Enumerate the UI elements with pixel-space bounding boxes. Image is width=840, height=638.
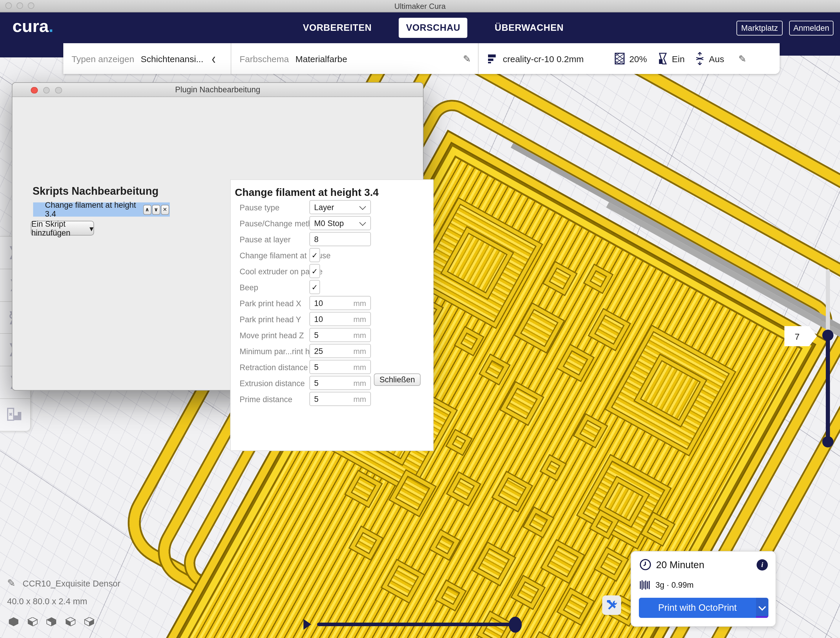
playback-slider-track[interactable] (317, 623, 515, 626)
collapse-chevron-icon[interactable]: ‹ (212, 51, 216, 66)
qr-module-block (528, 633, 561, 638)
tab-monitor[interactable]: ÜBERWACHEN (488, 17, 571, 38)
setting-checkbox[interactable]: ✓ (309, 248, 320, 262)
setting-value: Layer (314, 203, 360, 212)
edit-pencil-icon[interactable]: ✎ (463, 53, 471, 64)
qr-module-block (585, 265, 612, 292)
close-window-button[interactable] (5, 2, 12, 9)
add-script-button[interactable]: Ein Skript hinzufügen▾ (31, 221, 94, 236)
qr-module-block (515, 304, 564, 352)
setting-label: Prime distance (240, 395, 292, 404)
print-options-dropdown[interactable] (756, 598, 769, 618)
info-icon[interactable]: i (756, 559, 768, 570)
setting-input[interactable]: 5mm (309, 328, 371, 342)
script-setting-row: Pause/Change methodM0 Stop (231, 215, 433, 231)
dialog-minimize-button (43, 87, 50, 93)
setting-label: Park print head Y (240, 315, 301, 324)
script-setting-row: Park print head X10mm (231, 295, 433, 311)
setting-input[interactable]: 8 (309, 232, 371, 246)
qr-module-block (595, 548, 628, 580)
setting-input[interactable]: 10mm (309, 296, 371, 310)
setting-input[interactable]: 5mm (309, 376, 371, 390)
remove-script-button[interactable]: ✕ (161, 204, 169, 215)
setting-value: 5 (314, 394, 354, 403)
dialog-window-controls[interactable] (31, 87, 62, 93)
view-cube-front-icon[interactable] (27, 617, 38, 626)
color-scheme-selector[interactable]: Farbschema Materialfarbe ✎ (231, 43, 478, 74)
logo-dot: . (49, 17, 54, 35)
selected-script-row[interactable]: Change filament at height 3.4 ∧ ∨ ✕ (33, 203, 170, 217)
script-setting-row: Retraction distance5mm (231, 359, 433, 375)
color-scheme-value[interactable]: Materialfarbe (295, 54, 463, 63)
setting-unit: mm (354, 347, 366, 355)
print-settings-tools-button[interactable] (602, 595, 621, 615)
marketplace-button[interactable]: Marktplatz (736, 21, 783, 35)
tool-per-model-settings-icon[interactable] (0, 399, 30, 431)
qr-module-block (542, 541, 584, 583)
setting-label: Pause at layer (240, 235, 291, 244)
qr-module-block (346, 472, 381, 507)
minimize-window-button[interactable] (17, 2, 23, 9)
checkmark-icon: ✓ (311, 251, 318, 260)
view-cube-right-icon[interactable] (84, 617, 95, 626)
setting-checkbox[interactable]: ✓ (309, 264, 320, 278)
app-header: cura. VORBEREITEN VORSCHAU ÜBERWACHEN Ma… (0, 12, 840, 43)
model-dimensions: 40.0 x 80.0 x 2.4 mm (7, 597, 120, 606)
playback-slider-handle[interactable] (509, 617, 522, 633)
move-script-down-button[interactable]: ∨ (152, 204, 160, 215)
rename-model-pencil-icon[interactable]: ✎ (7, 577, 16, 589)
app-window: Ultimaker Cura cura. VORBEREITEN VORSCHA… (0, 0, 840, 638)
material-usage: 3g · 0.99m (655, 580, 693, 589)
close-dialog-button[interactable]: Schließen (374, 374, 421, 386)
color-scheme-label: Farbschema (240, 54, 289, 63)
setting-select[interactable]: Layer (309, 200, 371, 214)
edit-print-settings-pencil-icon[interactable]: ✎ (739, 53, 747, 64)
setting-value: 5 (314, 378, 354, 387)
setting-input[interactable]: 5mm (309, 360, 371, 374)
view-cube-iso-icon[interactable] (8, 617, 19, 626)
window-title: Ultimaker Cura (394, 2, 445, 10)
dialog-titlebar[interactable]: Plugin Nachbearbeitung (13, 83, 423, 97)
play-button[interactable] (303, 619, 311, 630)
dialog-close-button[interactable] (31, 87, 38, 93)
qr-module-block (589, 310, 629, 350)
printer-profile[interactable]: creality-cr-10 0.2mm (503, 54, 584, 63)
setting-value: 10 (314, 315, 354, 323)
view-type-value[interactable]: Schichtenansi... (141, 54, 204, 63)
stage-tabs: VORBEREITEN VORSCHAU ÜBERWACHEN (296, 12, 571, 43)
view-cube-top-icon[interactable] (46, 617, 57, 626)
setting-select[interactable]: M0 Stop (309, 216, 371, 230)
layer-slider-lower-handle[interactable] (822, 436, 834, 447)
script-settings-panel: Change filament at height 3.4 Pause type… (230, 179, 434, 451)
setting-input[interactable]: 25mm (309, 344, 371, 358)
window-controls[interactable] (5, 2, 34, 9)
zoom-window-button[interactable] (28, 2, 34, 9)
setting-unit: mm (354, 331, 366, 339)
script-setting-row: Minimum par...rint head Z25mm (231, 343, 433, 359)
print-settings-summary[interactable]: creality-cr-10 0.2mm 20% Ein Aus ✎ (478, 43, 780, 74)
qr-module-block (501, 383, 542, 424)
setting-checkbox[interactable]: ✓ (309, 280, 320, 294)
view-cube-row (8, 617, 95, 626)
qr-module-block (558, 345, 593, 380)
setting-value: 8 (314, 235, 370, 244)
view-cube-left-icon[interactable] (65, 617, 76, 626)
infill-icon (614, 53, 624, 65)
caret-down-icon: ▾ (89, 223, 93, 233)
print-with-octoprint-button[interactable]: Print with OctoPrint (639, 598, 769, 618)
qr-module-block (350, 527, 382, 559)
move-script-up-button[interactable]: ∧ (143, 204, 151, 215)
adhesion-value: Aus (709, 54, 724, 63)
wrench-hammer-icon (606, 600, 617, 611)
tab-prepare[interactable]: VORBEREITEN (296, 17, 379, 38)
macos-titlebar: Ultimaker Cura (0, 0, 840, 13)
view-type-selector[interactable]: Typen anzeigen Schichtenansi... ‹ (63, 43, 231, 74)
tab-preview[interactable]: VORSCHAU (399, 17, 467, 38)
setting-input[interactable]: 10mm (309, 312, 371, 326)
setting-input[interactable]: 5mm (309, 392, 371, 406)
qr-module-block (541, 456, 565, 480)
sign-in-button[interactable]: Anmelden (789, 21, 834, 35)
layer-slider-upper-handle[interactable] (822, 330, 834, 341)
octoprint-accent (756, 616, 769, 618)
script-setting-row: Move print head Z5mm (231, 327, 433, 343)
